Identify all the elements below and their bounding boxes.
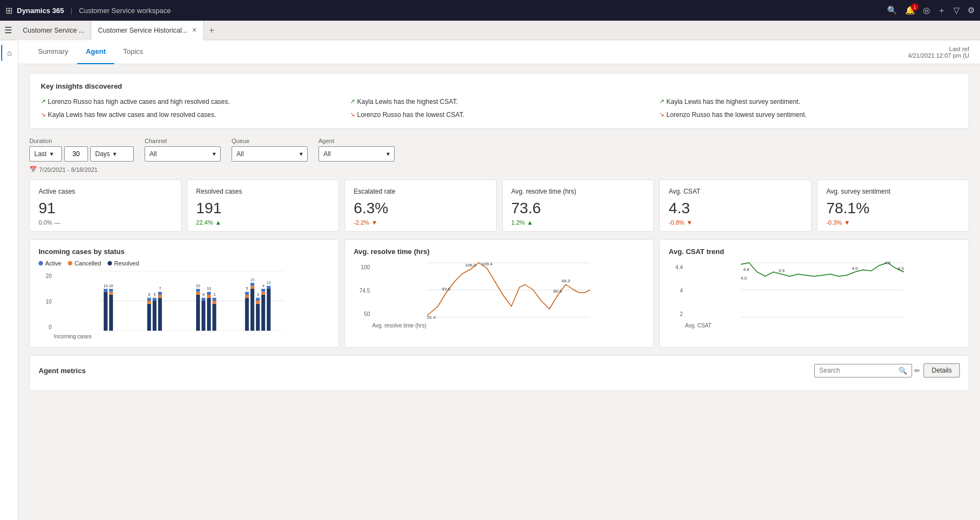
duration-unit-select[interactable]: Days ▾ bbox=[90, 146, 134, 162]
svg-text:5: 5 bbox=[153, 293, 155, 296]
kpi-title: Avg. resolve time (hrs) bbox=[511, 188, 645, 195]
kpi-resolve-time: Avg. resolve time (hrs) 73.6 1.2% ▲ bbox=[502, 179, 654, 232]
svg-rect-4 bbox=[104, 289, 108, 292]
filter-queue: Queue All ▾ bbox=[232, 138, 308, 162]
kpi-title: Avg. CSAT bbox=[669, 188, 802, 195]
kpi-value: 191 bbox=[196, 200, 330, 217]
insight-item: ↗ Lorenzo Russo has high active cases an… bbox=[41, 97, 339, 107]
svg-rect-22 bbox=[196, 292, 200, 295]
notification-icon[interactable]: 🔔 1 bbox=[905, 5, 915, 15]
tab-agent[interactable]: Agent bbox=[77, 40, 115, 64]
y-axis: 20 10 0 bbox=[39, 271, 52, 332]
tab-add-button[interactable]: + bbox=[204, 26, 220, 35]
svg-text:10: 10 bbox=[196, 284, 200, 288]
topbar-separator: | bbox=[71, 7, 72, 15]
bar-chart-wrapper: 20 10 0 bbox=[39, 271, 330, 332]
svg-text:4: 4 bbox=[262, 284, 264, 288]
svg-rect-38 bbox=[245, 292, 249, 295]
insights-title: Key insights discovered bbox=[41, 82, 958, 90]
plus-icon[interactable]: ＋ bbox=[938, 5, 946, 16]
resolve-time-chart: Avg. resolve time (hrs) 100 74.5 50 bbox=[345, 239, 654, 348]
kpi-row: Active cases 91 0.0% — Resolved cases 19… bbox=[29, 179, 969, 232]
legend-dot-active bbox=[39, 261, 43, 265]
svg-text:4.6: 4.6 bbox=[885, 261, 891, 265]
agent-metrics-title: Agent metrics bbox=[39, 367, 86, 375]
tab-historical[interactable]: Customer Service Historical... ✕ bbox=[91, 21, 204, 40]
bar-chart-area: 14 16 8 bbox=[54, 271, 330, 332]
chart-title: Incoming cases by status bbox=[39, 247, 330, 256]
kpi-active-cases: Active cases 91 0.0% — bbox=[29, 179, 182, 232]
bar-chart-svg: 14 16 8 bbox=[54, 271, 330, 331]
csat-trend-svg: 4.8 4.0 3.9 4.0 4.6 4.0 Jul 25 Aug 01 bbox=[685, 260, 960, 320]
kpi-change: -2.2% ▼ bbox=[354, 219, 488, 226]
svg-rect-40 bbox=[251, 289, 254, 331]
channel-select[interactable]: All ▾ bbox=[145, 146, 221, 162]
svg-rect-37 bbox=[245, 295, 249, 298]
kpi-title: Resolved cases bbox=[196, 188, 330, 195]
notification-badge: 1 bbox=[911, 3, 919, 11]
insight-down-icon: ↘ bbox=[659, 111, 664, 118]
chart-title: Avg. CSAT trend bbox=[669, 247, 960, 256]
y-axis-csat: 4.4 4 2 bbox=[669, 260, 683, 321]
agent-select[interactable]: All ▾ bbox=[319, 146, 395, 162]
svg-rect-32 bbox=[213, 304, 216, 331]
legend-dot-cancelled bbox=[68, 261, 72, 265]
duration-controls: Last ▾ Days ▾ bbox=[29, 146, 134, 162]
edit-icon[interactable]: ✏ bbox=[914, 367, 920, 375]
svg-rect-53 bbox=[267, 286, 271, 289]
svg-text:48.3: 48.3 bbox=[561, 278, 570, 283]
kpi-value: 91 bbox=[39, 200, 172, 217]
svg-text:8: 8 bbox=[148, 293, 150, 296]
search-box[interactable]: 🔍 bbox=[814, 364, 912, 377]
details-button[interactable]: Details bbox=[923, 363, 960, 377]
kpi-title: Avg. survey sentiment bbox=[826, 188, 960, 195]
svg-rect-46 bbox=[256, 298, 260, 301]
filter-icon[interactable]: ▽ bbox=[953, 5, 960, 15]
agent-metrics-controls: 🔍 ✏ Details bbox=[814, 363, 960, 377]
svg-rect-14 bbox=[153, 301, 157, 331]
svg-text:3: 3 bbox=[257, 293, 259, 296]
tab-topics[interactable]: Topics bbox=[114, 40, 152, 64]
sidebar-item-home[interactable]: ⌂ bbox=[1, 45, 17, 61]
svg-rect-17 bbox=[158, 298, 162, 331]
tab-summary[interactable]: Summary bbox=[29, 40, 77, 64]
filters-section: Duration Last ▾ Days ▾ bbox=[29, 138, 969, 173]
target-icon[interactable]: ◎ bbox=[923, 5, 930, 15]
svg-text:13: 13 bbox=[266, 281, 271, 284]
svg-text:16: 16 bbox=[109, 284, 113, 288]
insight-down-icon: ↘ bbox=[41, 111, 46, 118]
tab-customer-service[interactable]: Customer Service ... bbox=[16, 21, 91, 40]
svg-text:4.0: 4.0 bbox=[741, 276, 747, 281]
settings-icon[interactable]: ⚙ bbox=[967, 5, 975, 15]
incoming-cases-chart: Incoming cases by status Active Cancelle… bbox=[29, 239, 339, 348]
duration-number-input[interactable] bbox=[64, 146, 88, 162]
search-icon[interactable]: 🔍 bbox=[887, 5, 897, 15]
svg-rect-42 bbox=[251, 283, 254, 286]
svg-text:4.0: 4.0 bbox=[898, 266, 904, 271]
queue-select[interactable]: All ▾ bbox=[232, 146, 308, 162]
svg-rect-52 bbox=[267, 289, 271, 331]
svg-text:80.0: 80.0 bbox=[553, 289, 562, 294]
main-content: Summary Agent Topics Last ref 4/21/2021 … bbox=[18, 40, 980, 520]
svg-rect-7 bbox=[109, 292, 113, 295]
insight-item: ↗ Kayla Lewis has the highest survey sen… bbox=[659, 97, 958, 107]
filters-row: Duration Last ▾ Days ▾ bbox=[29, 138, 969, 173]
duration-select[interactable]: Last ▾ bbox=[29, 146, 62, 162]
svg-rect-18 bbox=[158, 295, 162, 298]
grid-icon[interactable]: ⊞ bbox=[5, 5, 13, 16]
search-input[interactable] bbox=[819, 367, 895, 374]
insight-up-icon: ↗ bbox=[659, 98, 664, 105]
kpi-value: 4.3 bbox=[669, 200, 802, 217]
kpi-value: 78.1% bbox=[826, 200, 960, 217]
svg-rect-49 bbox=[261, 292, 265, 295]
kpi-escalated-rate: Escalated rate 6.3% -2.2% ▼ bbox=[345, 179, 497, 232]
resolve-time-svg: 106.0 109.4 93.6 51.4 80.0 48.3 Jul 25 A… bbox=[372, 260, 645, 320]
svg-rect-41 bbox=[251, 286, 254, 289]
app-title: Dynamics 365 bbox=[17, 7, 64, 15]
svg-text:7: 7 bbox=[159, 287, 161, 290]
svg-rect-29 bbox=[207, 295, 211, 298]
svg-rect-3 bbox=[104, 292, 108, 331]
tab-close-icon[interactable]: ✕ bbox=[192, 27, 197, 34]
hamburger-icon[interactable]: ☰ bbox=[4, 25, 12, 35]
y-axis-resolve: 100 74.5 50 bbox=[354, 260, 370, 321]
